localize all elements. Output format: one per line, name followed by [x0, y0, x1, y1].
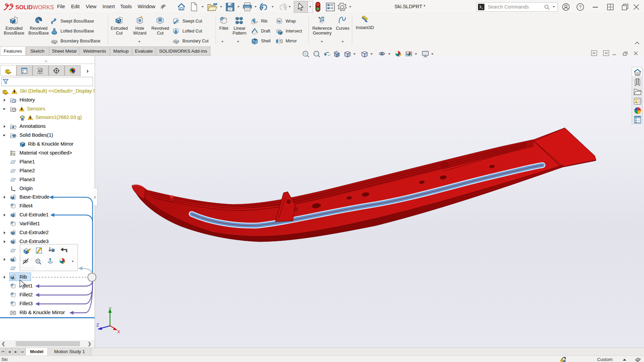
svg-text:?: ?: [579, 4, 581, 10]
svg-text:SOLIDWORKS: SOLIDWORKS: [15, 4, 54, 10]
svg-text:Y: Y: [109, 306, 112, 311]
svg-text:X: X: [117, 329, 120, 333]
